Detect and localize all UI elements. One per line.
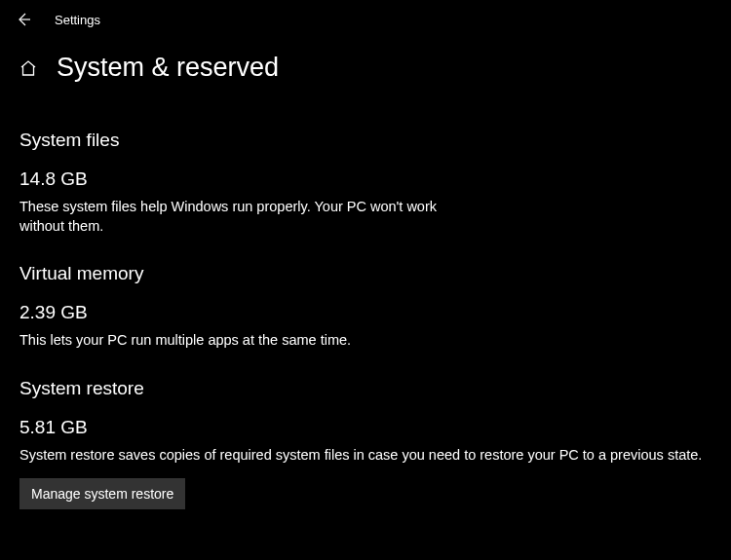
header-title: Settings <box>55 13 100 27</box>
content-area: System files 14.8 GB These system files … <box>0 93 731 509</box>
system-files-size: 14.8 GB <box>19 168 712 190</box>
section-heading-system-files: System files <box>19 130 712 151</box>
section-system-files: System files 14.8 GB These system files … <box>19 130 712 236</box>
system-restore-size: 5.81 GB <box>19 417 712 438</box>
virtual-memory-size: 2.39 GB <box>19 302 712 323</box>
header-bar: Settings <box>0 0 731 35</box>
back-arrow-icon[interactable] <box>16 12 31 27</box>
section-heading-virtual-memory: Virtual memory <box>19 263 712 284</box>
page-title-row: System & reserved <box>0 35 731 93</box>
manage-system-restore-button[interactable]: Manage system restore <box>19 478 185 509</box>
section-virtual-memory: Virtual memory 2.39 GB This lets your PC… <box>19 263 712 351</box>
section-system-restore: System restore 5.81 GB System restore sa… <box>19 378 712 510</box>
system-restore-desc: System restore saves copies of required … <box>19 446 712 466</box>
section-heading-system-restore: System restore <box>19 378 712 399</box>
virtual-memory-desc: This lets your PC run multiple apps at t… <box>19 331 712 351</box>
page-title: System & reserved <box>57 53 279 83</box>
home-icon[interactable] <box>19 59 37 77</box>
system-files-desc: These system files help Windows run prop… <box>19 198 448 236</box>
